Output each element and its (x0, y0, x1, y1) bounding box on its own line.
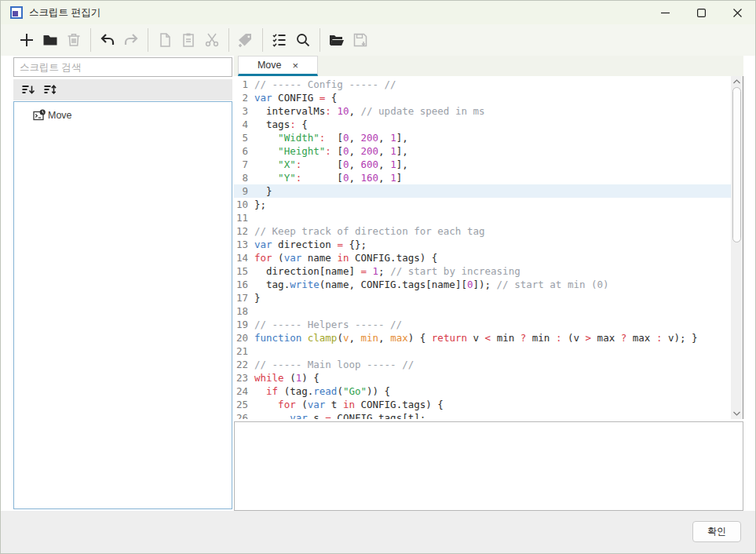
code-line-12[interactable]: 12// Keep track of direction for each ta… (234, 224, 731, 238)
line-number: 4 (234, 118, 248, 131)
code-line-14[interactable]: 14for (var name in CONFIG.tags) { (234, 251, 731, 264)
code-text (254, 344, 731, 358)
code-line-23[interactable]: 23while (1) { (234, 371, 731, 385)
checklist-button[interactable] (268, 28, 290, 52)
scroll-down-icon[interactable] (731, 408, 743, 419)
code-line-11[interactable]: 11 (234, 211, 731, 224)
toolbar-separator (320, 28, 320, 52)
sort-reorder-button[interactable] (42, 82, 59, 99)
scroll-up-icon[interactable] (731, 76, 743, 87)
script-sidebar: Move (13, 57, 232, 509)
code-text: // ----- Helpers ----- // (254, 318, 731, 331)
tabstrip: Move × (234, 56, 743, 76)
toolbar-separator (148, 28, 148, 52)
code-line-15[interactable]: 15 direction[name] = 1; // start by incr… (234, 264, 731, 278)
tree-item-move[interactable]: Move (14, 108, 232, 123)
code-line-24[interactable]: 24 if (tag.read("Go")) { (234, 385, 731, 398)
toolbar-separator (90, 28, 91, 52)
code-text: var s = CONFIG.tags[t]; (254, 411, 731, 419)
line-number: 10 (234, 198, 248, 211)
undo-button[interactable] (96, 28, 119, 52)
code-line-7[interactable]: 7 "X": [0, 600, 1], (234, 158, 731, 171)
code-line-13[interactable]: 13var direction = {}; (234, 238, 731, 251)
code-line-18[interactable]: 18 (234, 304, 731, 318)
new-script-button[interactable] (15, 28, 38, 52)
line-number: 1 (234, 78, 248, 91)
save-button[interactable] (349, 28, 371, 52)
toolbar-separator (228, 28, 229, 52)
add-tag-button[interactable] (234, 28, 257, 52)
code-text: "Height": [0, 200, 1], (254, 144, 731, 158)
undo-icon (99, 31, 116, 49)
code-line-25[interactable]: 25 for (var t in CONFIG.tags) { (234, 398, 731, 411)
toolbar (1, 24, 755, 56)
code-text: } (254, 291, 731, 304)
code-line-2[interactable]: 2var CONFIG = { (234, 91, 731, 104)
paste-button[interactable] (177, 28, 199, 52)
code-line-5[interactable]: 5 "Width": [0, 200, 1], (234, 131, 731, 144)
code-line-6[interactable]: 6 "Height": [0, 200, 1], (234, 144, 731, 158)
line-number: 15 (234, 264, 248, 278)
code-line-21[interactable]: 21 (234, 344, 731, 358)
line-number: 6 (234, 144, 248, 158)
search-button[interactable] (291, 28, 314, 52)
code-line-17[interactable]: 17} (234, 291, 731, 304)
code-line-9[interactable]: 9 } (234, 184, 731, 198)
line-number: 17 (234, 291, 248, 304)
script-search-input[interactable] (13, 57, 232, 77)
code-line-4[interactable]: 4 tags: { (234, 118, 731, 131)
folder-open-icon (328, 31, 345, 49)
code-line-1[interactable]: 1// ----- Config ----- // (234, 78, 731, 91)
line-number: 7 (234, 158, 248, 171)
code-text: function clamp(v, min, max) { return v <… (254, 331, 731, 344)
sort-descending-button[interactable] (20, 82, 37, 99)
code-line-20[interactable]: 20function clamp(v, min, max) { return v… (234, 331, 731, 344)
tab-close-icon[interactable]: × (292, 60, 298, 71)
search-icon (294, 31, 312, 49)
line-number: 23 (234, 371, 248, 385)
code-text: while (1) { (254, 371, 731, 385)
script-tree[interactable]: Move (13, 101, 232, 509)
code-line-26[interactable]: 26 var s = CONFIG.tags[t]; (234, 411, 731, 419)
code-text (254, 211, 731, 224)
tab-move[interactable]: Move × (238, 56, 318, 76)
trash-icon (65, 31, 82, 49)
code-line-3[interactable]: 3 intervalMs: 10, // update speed in ms (234, 104, 731, 118)
window-controls (647, 1, 755, 24)
folder-button[interactable] (38, 28, 61, 52)
minimize-icon (661, 9, 670, 17)
tab-label: Move (257, 60, 282, 71)
line-number: 22 (234, 358, 248, 371)
code-line-19[interactable]: 19// ----- Helpers ----- // (234, 318, 731, 331)
code-editor[interactable]: 1// ----- Config ----- //2var CONFIG = {… (234, 76, 743, 419)
code-line-22[interactable]: 22// ----- Main loop ----- // (234, 358, 731, 371)
redo-icon (122, 31, 140, 49)
output-panel[interactable] (234, 421, 743, 511)
cut-button[interactable] (200, 28, 223, 52)
redo-button[interactable] (119, 28, 142, 52)
code-text: var CONFIG = { (254, 91, 731, 104)
code-line-8[interactable]: 8 "Y": [0, 160, 1] (234, 171, 731, 184)
tag-plus-icon (237, 31, 254, 49)
code-line-16[interactable]: 16 tag.write(name, CONFIG.tags[name][0])… (234, 278, 731, 291)
editor-scrollbar[interactable] (731, 76, 743, 419)
code-line-10[interactable]: 10}; (234, 198, 731, 211)
delete-button[interactable] (62, 28, 85, 52)
code-text: "X": [0, 600, 1], (254, 158, 731, 171)
minimize-button[interactable] (647, 1, 683, 24)
scissors-icon (203, 31, 221, 49)
maximize-button[interactable] (683, 1, 719, 24)
confirm-button[interactable]: 확인 (692, 521, 741, 542)
maximize-icon (697, 9, 706, 17)
code-text: var direction = {}; (254, 238, 731, 251)
scrollbar-thumb[interactable] (732, 87, 741, 242)
line-number: 3 (234, 104, 248, 118)
code-text: }; (254, 198, 731, 211)
line-number: 12 (234, 224, 248, 238)
copy-button[interactable] (153, 28, 176, 52)
sort-descending-icon (20, 82, 36, 98)
line-number: 20 (234, 331, 248, 344)
close-button[interactable] (719, 1, 755, 24)
plus-icon (18, 31, 35, 49)
open-file-button[interactable] (325, 28, 348, 52)
